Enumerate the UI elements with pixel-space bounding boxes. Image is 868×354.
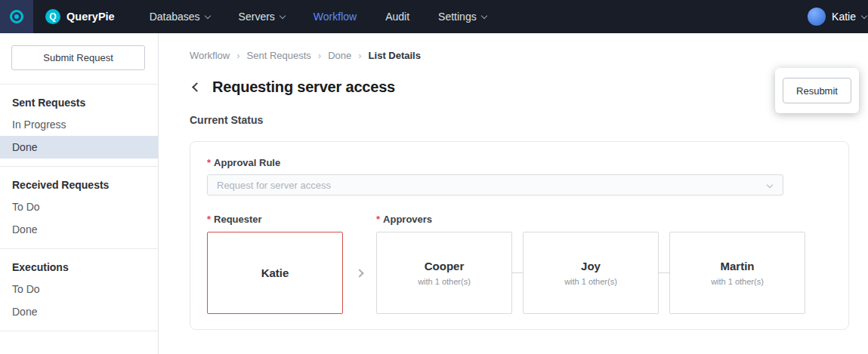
labels-row: * Requester * Approvers bbox=[207, 214, 832, 225]
querypie-brand-icon: Q bbox=[45, 9, 60, 24]
chevron-down-icon bbox=[767, 182, 773, 188]
required-marker: * bbox=[207, 214, 211, 225]
main-content: Workflow › Sent Requests › Done › List D… bbox=[159, 33, 868, 354]
divider bbox=[0, 331, 158, 331]
divider bbox=[0, 248, 158, 249]
page-title: Requesting server access bbox=[212, 78, 395, 96]
nav-label: Servers bbox=[239, 11, 275, 23]
breadcrumb-separator-icon: › bbox=[236, 50, 239, 61]
brand-home-link[interactable]: Q QueryPie bbox=[45, 9, 115, 24]
sidebar-item-received-done[interactable]: Done bbox=[0, 218, 158, 241]
user-menu[interactable]: Katie bbox=[808, 8, 868, 26]
nav-servers[interactable]: Servers bbox=[239, 11, 285, 23]
chevron-right-icon bbox=[355, 269, 363, 277]
nav-label: Audit bbox=[385, 11, 409, 23]
approval-rule-select[interactable]: Request for server access bbox=[207, 174, 783, 195]
approver-name: Cooper bbox=[425, 260, 465, 272]
nav-databases[interactable]: Databases bbox=[150, 11, 210, 23]
approver-box: Martin with 1 other(s) bbox=[669, 232, 805, 314]
nav-menu: Databases Servers Workflow Audit Setting… bbox=[150, 11, 487, 23]
approval-rule-label: * Approval Rule bbox=[207, 157, 832, 168]
flow-connector bbox=[512, 272, 523, 273]
approver-subtitle: with 1 other(s) bbox=[418, 277, 471, 286]
divider bbox=[0, 84, 158, 85]
target-ring-icon bbox=[10, 10, 23, 23]
requester-box: Katie bbox=[207, 232, 343, 314]
approval-flow: Katie Cooper with 1 other(s) Joy with 1 … bbox=[207, 232, 832, 314]
approvers-label: * Approvers bbox=[376, 214, 432, 225]
field-label-text: Approvers bbox=[383, 214, 432, 225]
select-placeholder: Request for server access bbox=[217, 180, 768, 191]
sidebar-section-received-requests: Received Requests bbox=[0, 174, 158, 195]
breadcrumb-done[interactable]: Done bbox=[328, 50, 351, 61]
top-navbar: Q QueryPie Databases Servers Workflow Au… bbox=[0, 0, 868, 33]
approver-box: Joy with 1 other(s) bbox=[523, 232, 659, 314]
chevron-down-icon bbox=[280, 12, 286, 18]
avatar bbox=[808, 8, 826, 26]
status-card: * Approval Rule Request for server acces… bbox=[190, 141, 849, 330]
current-status-label: Current Status bbox=[190, 114, 868, 126]
approver-subtitle: with 1 other(s) bbox=[564, 277, 617, 286]
nav-settings[interactable]: Settings bbox=[438, 11, 487, 23]
breadcrumb-sent-requests[interactable]: Sent Requests bbox=[247, 50, 311, 61]
user-name: Katie bbox=[832, 11, 856, 23]
chevron-down-icon bbox=[480, 12, 487, 18]
chevron-left-icon bbox=[192, 82, 202, 92]
field-label-text: Requester bbox=[214, 214, 262, 225]
app-window: Q QueryPie Databases Servers Workflow Au… bbox=[0, 0, 868, 354]
requester-label: * Requester bbox=[207, 214, 376, 225]
breadcrumb: Workflow › Sent Requests › Done › List D… bbox=[190, 50, 868, 61]
submit-request-button[interactable]: Submit Request bbox=[11, 45, 145, 70]
required-marker: * bbox=[376, 214, 380, 225]
nav-audit[interactable]: Audit bbox=[385, 11, 409, 23]
sidebar-item-executions-todo[interactable]: To Do bbox=[0, 278, 158, 300]
required-marker: * bbox=[207, 157, 211, 168]
breadcrumb-separator-icon: › bbox=[358, 50, 361, 61]
breadcrumb-current: List Details bbox=[369, 50, 421, 61]
nav-label: Workflow bbox=[314, 11, 357, 23]
sidebar-section-sent-requests: Sent Requests bbox=[0, 92, 158, 113]
chevron-down-icon bbox=[861, 12, 867, 18]
flow-arrow bbox=[343, 270, 376, 276]
flow-connector bbox=[659, 272, 669, 273]
brand-name: QueryPie bbox=[66, 11, 115, 23]
approver-name: Joy bbox=[581, 260, 601, 272]
nav-workflow[interactable]: Workflow bbox=[314, 11, 357, 23]
divider bbox=[0, 166, 158, 167]
back-button[interactable] bbox=[190, 78, 203, 96]
breadcrumb-workflow[interactable]: Workflow bbox=[190, 50, 230, 61]
querypie-logo-icon[interactable] bbox=[0, 0, 33, 33]
breadcrumb-separator-icon: › bbox=[318, 50, 321, 61]
sidebar-item-in-progress[interactable]: In Progress bbox=[0, 113, 158, 136]
sidebar: Submit Request Sent Requests In Progress… bbox=[0, 33, 159, 354]
approver-subtitle: with 1 other(s) bbox=[711, 277, 764, 286]
field-label-text: Approval Rule bbox=[214, 157, 280, 168]
resubmit-button[interactable]: Resubmit bbox=[783, 78, 851, 103]
approver-name: Martin bbox=[721, 260, 755, 272]
title-row: Requesting server access bbox=[190, 78, 868, 96]
sidebar-item-sent-done[interactable]: Done bbox=[0, 136, 158, 159]
approver-box: Cooper with 1 other(s) bbox=[376, 232, 512, 314]
resubmit-highlight: Resubmit bbox=[775, 68, 859, 113]
requester-name: Katie bbox=[261, 266, 289, 279]
sidebar-section-executions: Executions bbox=[0, 257, 158, 278]
nav-label: Settings bbox=[438, 11, 477, 23]
chevron-down-icon bbox=[204, 12, 210, 18]
sidebar-item-received-todo[interactable]: To Do bbox=[0, 195, 158, 218]
nav-label: Databases bbox=[150, 11, 200, 23]
sidebar-item-executions-done[interactable]: Done bbox=[0, 300, 158, 323]
